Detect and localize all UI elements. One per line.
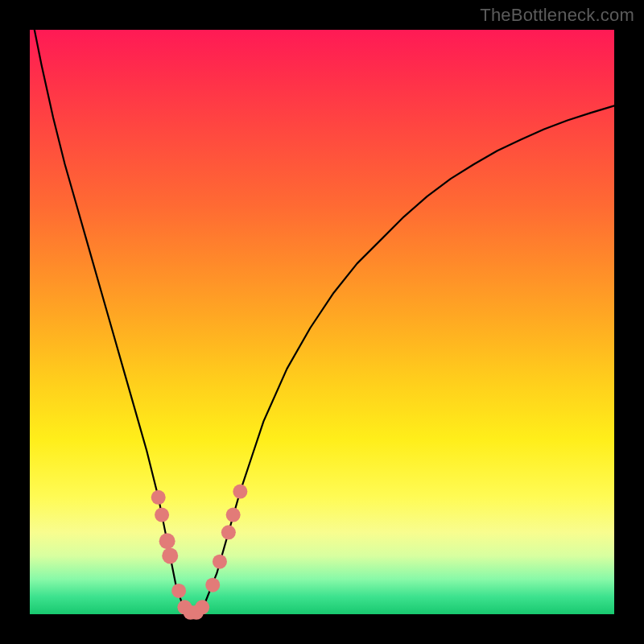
data-marker xyxy=(159,533,175,549)
data-marker xyxy=(162,547,178,564)
data-marker xyxy=(213,555,227,569)
data-marker xyxy=(151,490,166,505)
watermark-text: TheBottleneck.com xyxy=(480,5,634,26)
data-marker xyxy=(221,525,236,539)
curve-svg xyxy=(30,30,614,614)
data-marker xyxy=(195,600,209,614)
data-marker xyxy=(233,485,247,499)
plot-area xyxy=(30,30,614,614)
marker-group xyxy=(151,485,248,620)
data-marker xyxy=(155,508,169,522)
data-marker xyxy=(171,584,186,598)
data-marker xyxy=(226,508,241,522)
bottleneck-curve xyxy=(30,6,614,614)
chart-frame: TheBottleneck.com xyxy=(0,0,644,644)
data-marker xyxy=(205,578,220,592)
